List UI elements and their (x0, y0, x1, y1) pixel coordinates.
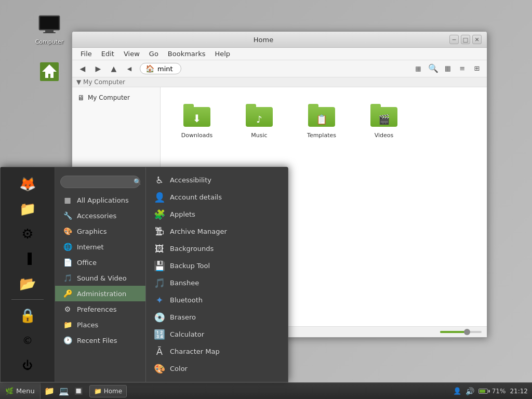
menu-bookmarks[interactable]: Bookmarks (164, 49, 210, 59)
app-bluetooth[interactable]: ✦ Bluetooth (146, 291, 288, 309)
left-icon-lock[interactable]: 🔒 (16, 304, 39, 327)
category-administration[interactable]: 🔑 Administration (55, 286, 145, 301)
app-backgrounds[interactable]: 🖼 Backgrounds (146, 240, 288, 257)
home-icon (37, 59, 62, 84)
places-icon: 📁 (62, 321, 73, 329)
category-places[interactable]: 📁 Places (55, 317, 145, 332)
category-recent-files[interactable]: 🕐 Recent Files (55, 332, 145, 348)
desktop-icon-home[interactable] (29, 57, 70, 86)
menu-view[interactable]: View (119, 49, 144, 59)
app-character-map[interactable]: Ā Character Map (146, 343, 288, 360)
view-icons-button[interactable]: ▦ (441, 62, 455, 74)
backgrounds-icon: 🖼 (153, 243, 166, 254)
minimize-button[interactable]: − (449, 35, 459, 44)
close-button[interactable]: ✕ (472, 35, 482, 44)
music-icon-wrap: ♪ (245, 101, 274, 130)
app-backgrounds-label: Backgrounds (170, 245, 214, 252)
app-calculator[interactable]: 🔢 Calculator (146, 326, 288, 343)
category-recent-files-label: Recent Files (77, 337, 117, 344)
office-icon: 📄 (62, 258, 73, 267)
category-accessories[interactable]: 🔧 Accessories (55, 208, 145, 223)
left-icon-update[interactable]: © (16, 329, 39, 352)
downloads-arrow-icon: ⬇ (193, 112, 202, 125)
network-icon: 👤 (453, 387, 461, 395)
search-input[interactable] (66, 178, 134, 185)
category-sound-video[interactable]: 🎵 Sound & Video (55, 270, 145, 286)
left-sidebar-separator (11, 299, 44, 300)
app-color[interactable]: 🎨 Color (146, 360, 288, 377)
left-icon-terminal[interactable]: ▐ (16, 247, 39, 270)
app-account-details[interactable]: 👤 Account details (146, 189, 288, 206)
app-backup-tool[interactable]: 💾 Backup Tool (146, 257, 288, 274)
search-icon[interactable]: 🔍 (134, 178, 141, 185)
character-map-icon: Ā (153, 346, 166, 357)
category-preferences[interactable]: ⚙ Preferences (55, 301, 145, 317)
app-archive-manager[interactable]: 🗜 Archive Manager (146, 223, 288, 240)
menu-file[interactable]: File (76, 49, 96, 59)
left-icon-settings[interactable]: ⚙ (16, 222, 39, 245)
sidebar-item-mycomputer[interactable]: 🖥 My Computer (72, 91, 160, 104)
location-text: mint (157, 65, 173, 73)
speaker-icon[interactable]: 🔊 (466, 387, 474, 395)
zoom-slider[interactable] (440, 331, 482, 333)
locations-button[interactable]: ◀ (122, 62, 137, 75)
category-all-applications[interactable]: ▦ All Applications (55, 192, 145, 208)
forward-button[interactable]: ▶ (91, 62, 105, 75)
app-bluetooth-label: Bluetooth (170, 296, 203, 304)
left-icon-files[interactable]: 📁 (16, 197, 39, 220)
app-accessibility[interactable]: ♿ Accessibility (146, 171, 288, 189)
category-office-label: Office (77, 259, 97, 267)
breadcrumb-mycomputer[interactable]: ▼ My Computer (76, 78, 125, 86)
taskbar-app-terminal[interactable]: 💻 (57, 385, 71, 397)
left-icon-power[interactable]: ⏻ (16, 354, 39, 377)
toolbar-right: ▦ 🔍 ▦ ≡ ⊞ (411, 62, 484, 75)
file-item-music[interactable]: ♪ Music (233, 98, 285, 142)
view-compact-button[interactable]: ⊞ (470, 62, 484, 74)
app-applets[interactable]: 🧩 Applets (146, 206, 288, 223)
internet-icon: 🌐 (62, 243, 73, 251)
category-graphics[interactable]: 🎨 Graphics (55, 223, 145, 239)
search-box[interactable]: 🔍 (60, 176, 140, 188)
app-banshee[interactable]: 🎵 Banshee (146, 274, 288, 291)
category-internet[interactable]: 🌐 Internet (55, 239, 145, 255)
menu-edit[interactable]: Edit (97, 49, 118, 59)
breadcrumb: ▼ My Computer (72, 77, 487, 87)
file-item-videos[interactable]: 🎬 Videos (358, 98, 410, 142)
maximize-button[interactable]: □ (461, 35, 470, 44)
zoom-track (440, 331, 465, 333)
menu-help[interactable]: Help (210, 49, 234, 59)
search-button[interactable]: 🔍 (427, 62, 440, 74)
file-item-templates[interactable]: 📋 Templates (296, 98, 348, 142)
menu-go[interactable]: Go (145, 49, 163, 59)
category-office[interactable]: 📄 Office (55, 255, 145, 270)
all-apps-icon: ▦ (62, 196, 73, 204)
left-icon-firefox[interactable]: 🦊 (16, 172, 39, 195)
graphics-icon: 🎨 (62, 227, 73, 235)
app-color-label: Color (170, 365, 188, 373)
left-icon-folder[interactable]: 📂 (16, 272, 39, 295)
taskbar-app-files[interactable]: 📁 (43, 385, 56, 397)
taskbar-app-extra[interactable]: 🔲 (72, 385, 85, 397)
category-internet-label: Internet (77, 243, 104, 251)
computer-icon-label: Computer (35, 38, 64, 45)
toolbar-btn-1[interactable]: ▦ (411, 62, 425, 75)
backup-tool-icon: 💾 (153, 260, 166, 271)
videos-icon-wrap: 🎬 (369, 101, 398, 130)
zoom-thumb[interactable] (464, 329, 470, 335)
view-list-button[interactable]: ≡ (456, 62, 469, 74)
preferences-icon: ⚙ (62, 305, 73, 313)
svg-rect-3 (43, 32, 56, 33)
file-item-downloads[interactable]: ⬇ Downloads (171, 98, 223, 142)
templates-book-icon: 📋 (316, 114, 327, 125)
home-location-icon: 🏠 (145, 64, 154, 73)
downloads-icon-wrap: ⬇ (182, 101, 211, 130)
menu-button[interactable]: 🌿 Menu (0, 383, 41, 399)
app-backup-tool-label: Backup Tool (170, 262, 210, 270)
taskbar-window-home[interactable]: 📁 Home (89, 385, 127, 397)
app-brasero[interactable]: 💿 Brasero (146, 309, 288, 326)
desktop-icon-computer[interactable]: Computer (29, 10, 70, 47)
templates-icon-wrap: 📋 (307, 101, 336, 130)
back-button[interactable]: ◀ (75, 62, 90, 75)
location-bar[interactable]: 🏠 mint (140, 63, 181, 74)
up-button[interactable]: ▲ (107, 62, 121, 75)
